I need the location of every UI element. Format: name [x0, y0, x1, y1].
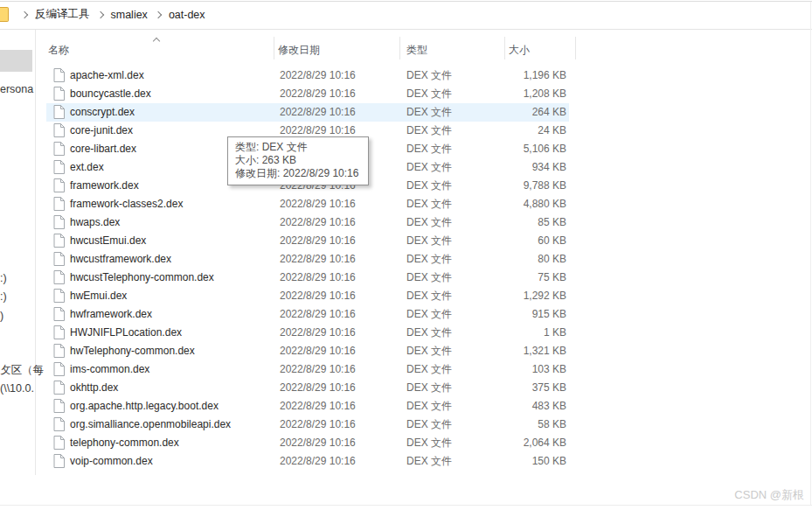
file-row[interactable]: hwcustTelephony-common.dex 2022/8/29 10:… — [46, 269, 569, 287]
file-row[interactable]: hwaps.dex 2022/8/29 10:16 DEX 文件 85 KB — [46, 213, 569, 232]
file-name: org.simalliance.openmobileapi.dex — [70, 416, 231, 434]
file-row[interactable]: hwframework.dex 2022/8/29 10:16 DEX 文件 9… — [46, 305, 569, 324]
file-row[interactable]: HWJNIFLPLocation.dex 2022/8/29 10:16 DEX… — [46, 324, 569, 342]
file-name: ext.dex — [70, 158, 104, 177]
file-icon — [53, 325, 65, 344]
file-type: DEX 文件 — [406, 324, 452, 342]
file-row[interactable]: hwcustframework.dex 2022/8/29 10:16 DEX … — [46, 250, 569, 269]
file-type: DEX 文件 — [406, 287, 452, 305]
file-size: 934 KB — [488, 158, 566, 177]
nav-item-fragment[interactable]: :) — [0, 290, 7, 303]
file-type: DEX 文件 — [406, 416, 452, 434]
nav-pane-scroll-fragment — [0, 50, 32, 72]
file-icon — [53, 87, 65, 105]
file-date-modified: 2022/8/29 10:16 — [280, 324, 356, 342]
column-separator[interactable] — [274, 37, 274, 59]
file-name: ims-common.dex — [70, 360, 149, 379]
file-row[interactable]: org.simalliance.openmobileapi.dex 2022/8… — [46, 416, 569, 434]
file-name: framework.dex — [70, 177, 139, 195]
nav-item-fragment[interactable]: :) — [0, 272, 7, 284]
breadcrumb-item-oat-dex[interactable]: oat-dex — [169, 9, 205, 21]
file-row[interactable]: telephony-common.dex 2022/8/29 10:16 DEX… — [46, 434, 569, 452]
file-type: DEX 文件 — [406, 158, 452, 177]
file-size: 2,064 KB — [488, 434, 566, 452]
file-row[interactable]: conscrypt.dex 2022/8/29 10:16 DEX 文件 264… — [46, 103, 569, 122]
file-date-modified: 2022/8/29 10:16 — [280, 360, 356, 379]
file-name: core-junit.dex — [70, 122, 133, 140]
file-date-modified: 2022/8/29 10:16 — [280, 103, 356, 122]
file-name: telephony-common.dex — [70, 434, 179, 452]
file-type: DEX 文件 — [406, 213, 452, 232]
file-row[interactable]: hwEmui.dex 2022/8/29 10:16 DEX 文件 1,292 … — [46, 287, 569, 305]
nav-item-fragment[interactable]: (\\10.0. — [0, 382, 34, 395]
file-row[interactable]: org.apache.http.legacy.boot.dex 2022/8/2… — [46, 397, 569, 416]
file-name: core-libart.dex — [70, 140, 136, 158]
file-icon — [53, 142, 65, 160]
explorer-window: 反编译工具 smaliex oat-dex ersona :) :) ) 攵区（… — [0, 0, 812, 510]
file-icon — [53, 289, 65, 307]
column-header-type[interactable]: 类型 — [406, 43, 427, 58]
file-type: DEX 文件 — [406, 122, 452, 140]
file-type: DEX 文件 — [406, 269, 452, 287]
file-name: hwcustTelephony-common.dex — [70, 269, 214, 287]
file-size: 150 KB — [488, 452, 566, 471]
file-type: DEX 文件 — [406, 452, 452, 471]
nav-item-fragment[interactable]: ) — [0, 310, 3, 322]
column-header-size[interactable]: 大小 — [509, 43, 530, 58]
file-type: DEX 文件 — [406, 342, 452, 360]
file-icon — [53, 381, 65, 399]
file-name: hwframework.dex — [70, 305, 152, 324]
column-separator[interactable] — [575, 37, 576, 59]
file-icon — [53, 252, 65, 270]
file-icon — [53, 197, 65, 215]
file-type: DEX 文件 — [406, 140, 452, 158]
column-separator[interactable] — [399, 37, 400, 59]
file-row[interactable]: framework-classes2.dex 2022/8/29 10:16 D… — [46, 195, 569, 213]
addressbar-divider — [0, 29, 812, 30]
file-row[interactable]: bouncycastle.dex 2022/8/29 10:16 DEX 文件 … — [46, 85, 569, 103]
file-type: DEX 文件 — [406, 177, 452, 195]
file-size: 264 KB — [488, 103, 566, 122]
chevron-right-icon — [96, 10, 103, 17]
column-separator[interactable] — [504, 37, 505, 59]
breadcrumb: 反编译工具 smaliex oat-dex — [0, 0, 812, 29]
file-size: 5,106 KB — [488, 140, 566, 158]
file-size: 24 KB — [488, 122, 566, 140]
chevron-right-icon — [21, 10, 28, 17]
file-icon — [53, 234, 65, 252]
file-row[interactable]: okhttp.dex 2022/8/29 10:16 DEX 文件 375 KB — [46, 379, 569, 397]
sort-ascending-icon — [153, 38, 160, 45]
file-size: 85 KB — [488, 213, 566, 232]
file-size: 103 KB — [488, 360, 566, 379]
breadcrumb-item-decompile-tools[interactable]: 反编译工具 — [35, 7, 90, 22]
file-date-modified: 2022/8/29 10:16 — [280, 85, 356, 103]
file-type: DEX 文件 — [406, 360, 452, 379]
file-date-modified: 2022/8/29 10:16 — [280, 416, 356, 434]
file-row[interactable]: ims-common.dex 2022/8/29 10:16 DEX 文件 10… — [46, 360, 569, 379]
file-type: DEX 文件 — [406, 305, 452, 324]
file-size: 60 KB — [488, 232, 566, 250]
tooltip-date-line: 修改日期: 2022/8/29 10:16 — [235, 167, 360, 180]
file-icon — [53, 270, 65, 289]
file-size: 58 KB — [488, 416, 566, 434]
file-name: okhttp.dex — [70, 379, 118, 397]
column-header-name[interactable]: 名称 — [48, 43, 69, 58]
file-row[interactable]: hwTelephony-common.dex 2022/8/29 10:16 D… — [46, 342, 569, 360]
file-row[interactable]: hwcustEmui.dex 2022/8/29 10:16 DEX 文件 60… — [46, 232, 569, 250]
file-size: 483 KB — [488, 397, 566, 416]
file-row[interactable]: apache-xml.dex 2022/8/29 10:16 DEX 文件 1,… — [46, 66, 569, 85]
breadcrumb-item-smaliex[interactable]: smaliex — [111, 9, 148, 21]
file-icon — [53, 307, 65, 325]
nav-item-fragment[interactable]: ersona — [0, 83, 33, 95]
file-name: HWJNIFLPLocation.dex — [70, 324, 182, 342]
file-row[interactable]: voip-common.dex 2022/8/29 10:16 DEX 文件 1… — [46, 452, 569, 471]
file-list-rows: apache-xml.dex 2022/8/29 10:16 DEX 文件 1,… — [35, 66, 812, 471]
file-name: apache-xml.dex — [70, 66, 144, 85]
tooltip-size-line: 大小: 263 KB — [235, 154, 360, 167]
file-date-modified: 2022/8/29 10:16 — [280, 434, 356, 452]
file-icon — [53, 417, 65, 436]
file-size: 9,788 KB — [488, 177, 566, 195]
file-date-modified: 2022/8/29 10:16 — [280, 269, 356, 287]
column-header-date-modified[interactable]: 修改日期 — [278, 43, 320, 58]
file-icon — [53, 344, 65, 362]
